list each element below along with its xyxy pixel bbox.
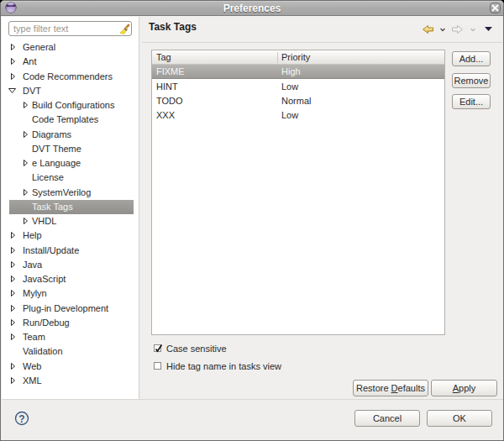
svg-text:?: ? [18, 413, 24, 425]
